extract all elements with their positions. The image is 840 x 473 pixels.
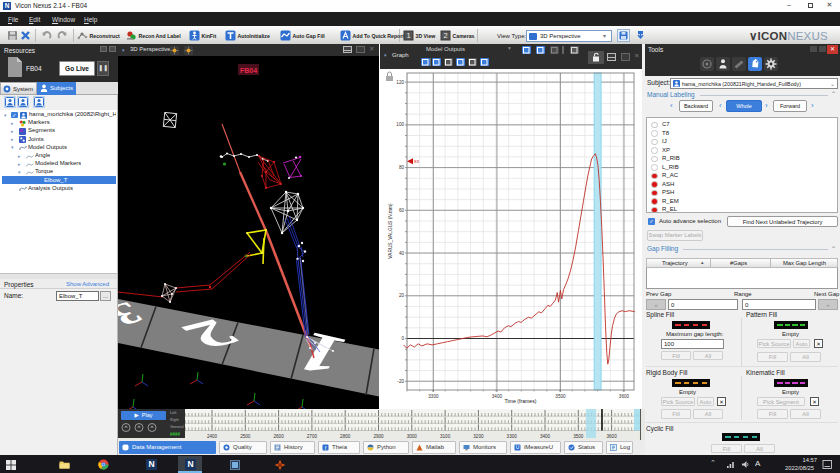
svg-text:U: U bbox=[516, 444, 520, 450]
svg-text:3500: 3500 bbox=[573, 434, 584, 439]
svg-text:60: 60 bbox=[399, 208, 405, 213]
svg-text:3400: 3400 bbox=[492, 394, 503, 399]
svg-text:VARUS_VALGUS (N.mm): VARUS_VALGUS (N.mm) bbox=[388, 203, 393, 259]
svg-text:3000: 3000 bbox=[407, 434, 418, 439]
svg-text:100: 100 bbox=[396, 122, 404, 127]
svg-text:80: 80 bbox=[399, 165, 405, 170]
svg-text:3600: 3600 bbox=[606, 434, 617, 439]
svg-text:2600: 2600 bbox=[273, 434, 284, 439]
svg-text:3500: 3500 bbox=[555, 394, 566, 399]
svg-text:Time (frames): Time (frames) bbox=[504, 398, 536, 404]
svg-text:3300: 3300 bbox=[428, 394, 439, 399]
svg-text:3200: 3200 bbox=[473, 434, 484, 439]
svg-text:40: 40 bbox=[399, 251, 405, 256]
svg-text:2500: 2500 bbox=[240, 434, 251, 439]
svg-text:3600: 3600 bbox=[619, 394, 630, 399]
svg-text:2900: 2900 bbox=[373, 434, 384, 439]
svg-text:83: 83 bbox=[414, 159, 419, 164]
svg-text:FB04: FB04 bbox=[240, 67, 257, 74]
svg-text:20: 20 bbox=[399, 293, 405, 298]
svg-text:3300: 3300 bbox=[507, 434, 518, 439]
svg-text:2800: 2800 bbox=[340, 434, 351, 439]
svg-text:-20: -20 bbox=[397, 379, 404, 384]
svg-text:2400: 2400 bbox=[207, 434, 218, 439]
svg-text:0: 0 bbox=[401, 336, 404, 341]
svg-text:1: 1 bbox=[406, 31, 410, 40]
svg-text:3400: 3400 bbox=[540, 434, 551, 439]
svg-text:2: 2 bbox=[443, 31, 447, 40]
svg-text:120: 120 bbox=[396, 80, 404, 85]
svg-text:2700: 2700 bbox=[307, 434, 318, 439]
svg-text:3100: 3100 bbox=[440, 434, 451, 439]
